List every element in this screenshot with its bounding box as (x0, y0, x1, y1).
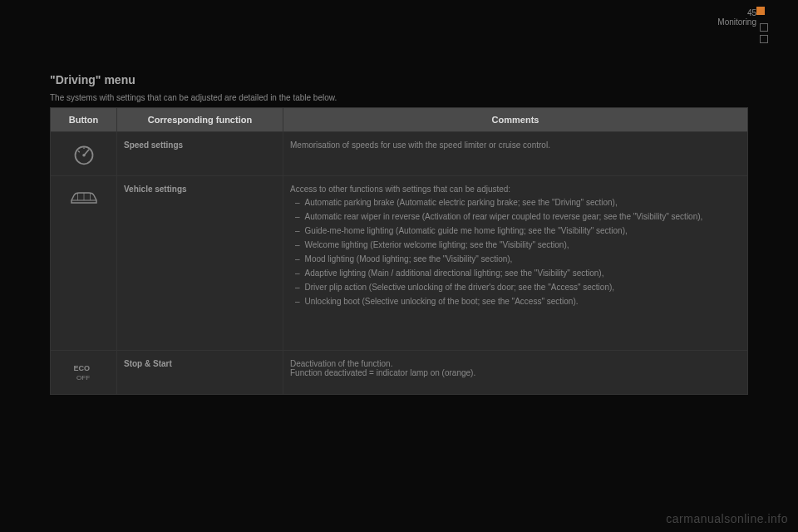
list-item: Guide-me-home lighting (Automatic guide … (290, 225, 741, 237)
th-button: Button (51, 108, 117, 132)
list-item: Automatic parking brake (Automatic elect… (290, 197, 741, 209)
car-icon (69, 186, 99, 209)
function-cell: Stop & Start (117, 351, 283, 395)
intro-text: The systems with settings that can be ad… (50, 93, 748, 102)
th-function: Corresponding function (117, 108, 283, 132)
svg-point-2 (82, 154, 86, 157)
corner-tab (756, 7, 765, 15)
menu-title: "Driving" menu (50, 73, 748, 86)
comments-cell: Deactivation of the function. Function d… (283, 351, 748, 395)
function-cell: Speed settings (117, 132, 283, 176)
page-number: 45 (717, 8, 756, 17)
list-item: Automatic rear wiper in reverse (Activat… (290, 211, 741, 223)
svg-line-3 (78, 151, 80, 153)
table-row: Speed settings Memorisation of speeds fo… (51, 132, 748, 176)
svg-text:OFF: OFF (76, 374, 90, 382)
list-item: Unlocking boot (Selective unlocking of t… (290, 296, 741, 308)
icon-cell (51, 132, 117, 176)
table-row: Vehicle settings Access to other functio… (51, 176, 748, 351)
table-row: ECO OFF Stop & Start Deactivation of the… (51, 351, 748, 395)
th-comments: Comments (283, 108, 748, 132)
settings-table: Button Corresponding function Comments S… (50, 107, 748, 395)
page-header: 45 Monitoring (717, 8, 756, 27)
side-tabs (760, 23, 768, 47)
side-tab-box (760, 23, 768, 32)
comments-line: Deactivation of the function. (290, 359, 741, 368)
list-item: Welcome lighting (Exterior welcome light… (290, 239, 741, 251)
svg-text:ECO: ECO (73, 364, 90, 372)
list-item: Adaptive lighting (Main / additional dir… (290, 268, 741, 279)
comments-line: Function deactivated = indicator lamp on… (290, 368, 741, 377)
list-item: Driver plip action (Selective unlocking … (290, 282, 741, 293)
comments-cell: Memorisation of speeds for use with the … (283, 132, 748, 176)
side-tab-box (760, 35, 768, 43)
speedometer-icon (69, 142, 99, 165)
list-item: Mood lighting (Mood lighting; see the "V… (290, 254, 741, 265)
eco-off-icon: ECO OFF (69, 361, 99, 384)
function-cell: Vehicle settings (117, 176, 283, 351)
page-content: "Driving" menu The systems with settings… (0, 0, 798, 411)
comments-intro: Access to other functions with settings … (290, 185, 741, 194)
settings-list: Automatic parking brake (Automatic elect… (290, 197, 741, 308)
comments-cell: Access to other functions with settings … (283, 176, 748, 351)
icon-cell: ECO OFF (51, 351, 117, 395)
watermark: carmanualsonline.info (666, 512, 788, 525)
icon-cell (51, 176, 117, 351)
section-name: Monitoring (717, 17, 756, 27)
